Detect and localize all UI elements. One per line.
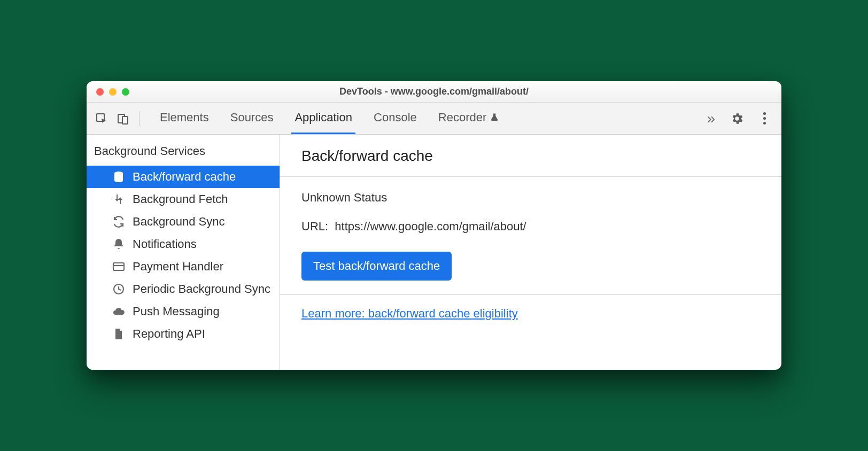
sidebar-heading: Background Services bbox=[87, 135, 280, 166]
bell-icon bbox=[112, 238, 125, 251]
window-title: DevTools - www.google.com/gmail/about/ bbox=[87, 86, 781, 97]
titlebar: DevTools - www.google.com/gmail/about/ bbox=[87, 81, 781, 103]
url-row: URL: https://www.google.com/gmail/about/ bbox=[301, 220, 760, 234]
inspect-element-icon[interactable] bbox=[93, 110, 110, 127]
cloud-icon bbox=[112, 305, 125, 318]
tab-elements[interactable]: Elements bbox=[157, 103, 212, 134]
panel-tabs: Elements Sources Application Console Rec… bbox=[157, 103, 502, 134]
tab-application[interactable]: Application bbox=[291, 103, 355, 134]
tab-sources[interactable]: Sources bbox=[227, 103, 277, 134]
fetch-icon bbox=[112, 193, 125, 206]
sidebar-item-payment-handler[interactable]: Payment Handler bbox=[87, 255, 280, 278]
url-label: URL: bbox=[301, 220, 328, 233]
url-value: https://www.google.com/gmail/about/ bbox=[335, 220, 526, 233]
sidebar: Background Services Back/forward cache B… bbox=[87, 135, 280, 370]
settings-icon[interactable] bbox=[730, 112, 744, 126]
devtools-window: DevTools - www.google.com/gmail/about/ E… bbox=[87, 81, 781, 370]
svg-rect-4 bbox=[113, 263, 124, 270]
status-text: Unknown Status bbox=[301, 191, 760, 205]
credit-card-icon bbox=[112, 260, 125, 273]
tab-label: Recorder bbox=[438, 111, 486, 125]
sidebar-item-label: Back/forward cache bbox=[133, 170, 236, 184]
sidebar-item-background-sync[interactable]: Background Sync bbox=[87, 211, 280, 233]
sidebar-item-label: Push Messaging bbox=[133, 305, 220, 318]
device-toggle-icon[interactable] bbox=[114, 110, 131, 127]
traffic-lights bbox=[87, 88, 129, 96]
zoom-window-button[interactable] bbox=[122, 88, 129, 96]
database-icon bbox=[112, 170, 125, 183]
panel-body: Background Services Back/forward cache B… bbox=[87, 135, 781, 370]
svg-rect-2 bbox=[122, 116, 128, 124]
main-panel: Back/forward cache Unknown Status URL: h… bbox=[280, 135, 781, 370]
sidebar-item-label: Periodic Background Sync bbox=[133, 282, 270, 296]
flask-icon bbox=[490, 113, 499, 122]
sidebar-item-reporting-api[interactable]: Reporting API bbox=[87, 323, 280, 345]
tab-label: Console bbox=[374, 111, 417, 125]
sidebar-item-push-messaging[interactable]: Push Messaging bbox=[87, 300, 280, 323]
main-heading: Back/forward cache bbox=[280, 135, 781, 177]
sidebar-item-periodic-sync[interactable]: Periodic Background Sync bbox=[87, 278, 280, 300]
sidebar-item-label: Notifications bbox=[133, 237, 197, 251]
learn-more-link[interactable]: Learn more: back/forward cache eligibili… bbox=[301, 307, 518, 320]
sidebar-item-label: Background Sync bbox=[133, 215, 224, 229]
sidebar-item-background-fetch[interactable]: Background Fetch bbox=[87, 188, 280, 211]
toolbar: Elements Sources Application Console Rec… bbox=[87, 103, 781, 135]
tab-recorder[interactable]: Recorder bbox=[435, 103, 502, 134]
main-footer: Learn more: back/forward cache eligibili… bbox=[280, 295, 781, 332]
tab-console[interactable]: Console bbox=[370, 103, 420, 134]
test-bfcache-button[interactable]: Test back/forward cache bbox=[301, 252, 452, 281]
tab-label: Sources bbox=[230, 111, 274, 125]
sidebar-item-label: Payment Handler bbox=[133, 260, 223, 274]
close-window-button[interactable] bbox=[96, 88, 104, 96]
tab-label: Elements bbox=[160, 111, 209, 125]
clock-icon bbox=[112, 283, 125, 296]
sidebar-item-label: Background Fetch bbox=[133, 192, 228, 206]
sidebar-item-notifications[interactable]: Notifications bbox=[87, 233, 280, 255]
main-body: Unknown Status URL: https://www.google.c… bbox=[280, 177, 781, 295]
sync-icon bbox=[112, 215, 125, 228]
minimize-window-button[interactable] bbox=[109, 88, 117, 96]
more-tabs-icon[interactable]: » bbox=[701, 110, 720, 127]
tab-label: Application bbox=[294, 111, 352, 125]
kebab-menu-icon[interactable] bbox=[759, 112, 770, 125]
document-icon bbox=[112, 328, 125, 340]
sidebar-item-bfcache[interactable]: Back/forward cache bbox=[87, 166, 280, 188]
separator bbox=[139, 111, 140, 126]
sidebar-item-label: Reporting API bbox=[133, 327, 205, 341]
